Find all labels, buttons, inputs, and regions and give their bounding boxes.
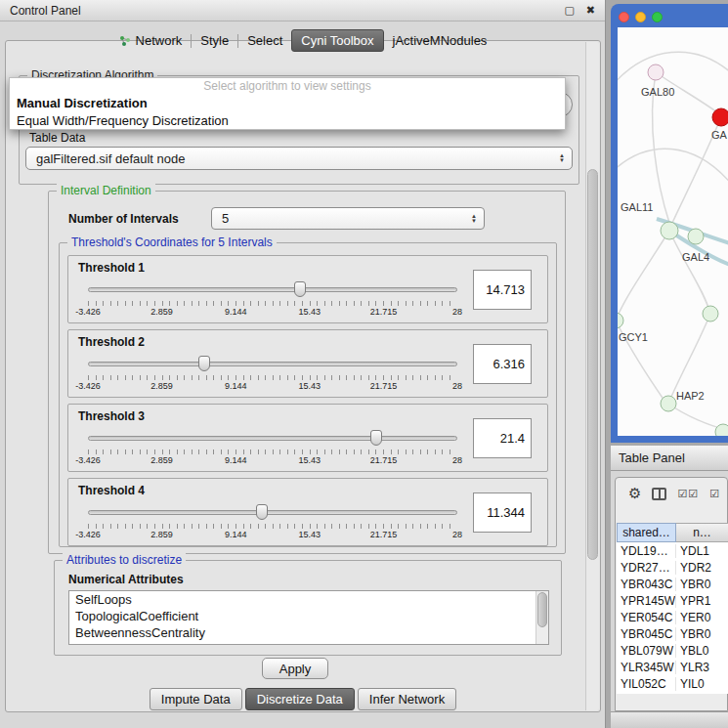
table-column-headers: shared… n… [617, 523, 728, 542]
combo-stepper-icon: ▲▼ [471, 214, 477, 224]
number-of-intervals-value: 5 [222, 211, 229, 226]
scrollbar-thumb[interactable] [587, 169, 598, 560]
threshold-2-group: Threshold 2 -3.426 2.859 9.144 15.43 21.… [67, 329, 548, 398]
network-edges [618, 52, 728, 430]
slider-thumb[interactable] [256, 504, 268, 520]
selected-red-node[interactable] [712, 108, 728, 126]
zoom-traffic-light[interactable] [652, 12, 663, 22]
threshold-4-group: Threshold 4 -3.426 2.859 9.144 15.43 21.… [67, 478, 548, 546]
control-panel-titlebar: Control Panel ▢ ✖ [0, 0, 605, 21]
threshold-1-label: Threshold 1 [78, 261, 145, 275]
slider-scale: -3.426 2.859 9.144 15.43 21.715 28 [88, 455, 457, 467]
interval-definition-legend: Interval Definition [57, 184, 155, 197]
threshold-4-slider[interactable] [88, 504, 457, 521]
table-row[interactable]: YER054C YER0 [617, 609, 728, 625]
slider-track[interactable] [88, 287, 457, 292]
scrollbar-thumb[interactable] [537, 592, 547, 627]
close-traffic-light[interactable] [619, 12, 629, 22]
threshold-2-value-field[interactable]: 6.316 [473, 344, 532, 384]
threshold-3-group: Threshold 3 -3.426 2.859 9.144 15.43 21.… [67, 404, 548, 472]
tab-impute-data[interactable]: Impute Data [150, 688, 242, 710]
apply-button[interactable]: Apply [262, 658, 328, 679]
interval-definition-group: Interval Definition Number of Intervals … [48, 191, 566, 554]
minimize-traffic-light[interactable] [635, 12, 646, 22]
slider-tick-marks [88, 375, 457, 380]
network-node[interactable] [648, 64, 664, 80]
threshold-4-label: Threshold 4 [78, 484, 145, 497]
network-node[interactable] [661, 222, 678, 239]
table-row[interactable]: YDL19… YDL1 [617, 542, 728, 559]
table-row[interactable]: YBR045C YBR0 [617, 625, 728, 642]
table-row[interactable]: YPR145W YPR1 [617, 592, 728, 609]
network-node[interactable] [661, 396, 676, 411]
node-label: GA [711, 129, 728, 141]
slider-track[interactable] [88, 510, 457, 515]
network-node[interactable] [688, 229, 704, 244]
slider-track[interactable] [88, 436, 457, 441]
threshold-3-label: Threshold 3 [78, 409, 145, 423]
combo-stepper-icon: ▲▼ [559, 153, 565, 163]
table-data-combobox[interactable]: galFiltered.sif default node ▲▼ [25, 147, 573, 170]
control-panel-window: Control Panel ▢ ✖ Discretization Algorit… [0, 0, 606, 728]
float-window-icon[interactable]: ▢ [564, 4, 574, 17]
column-header-name[interactable]: n… [676, 523, 728, 542]
threshold-2-slider[interactable] [88, 356, 457, 372]
number-of-intervals-combobox[interactable]: 5 ▲▼ [211, 207, 485, 230]
network-node[interactable] [715, 424, 728, 436]
list-scrollbar[interactable] [535, 591, 548, 644]
slider-track[interactable] [88, 362, 457, 366]
thresholds-group-legend: Threshold's Coordinates for 5 Intervals [67, 236, 277, 249]
panel-title: Control Panel [10, 4, 552, 18]
number-of-intervals-label: Number of Intervals [68, 212, 179, 226]
checkbox-icon[interactable]: ☑ [709, 488, 720, 500]
list-item[interactable]: TopologicalCoefficient [69, 608, 548, 624]
tab-select[interactable]: Select [238, 29, 291, 52]
tab-style[interactable]: Style [192, 29, 237, 52]
slider-scale: -3.426 2.859 9.144 15.43 21.715 28 [88, 530, 457, 541]
list-item[interactable]: BetweennessCentrality [69, 624, 548, 641]
table-rows: YDL19… YDL1 YDR27… YDR2 YBR043C YBR0 YPR… [617, 542, 728, 694]
panel-scrollbar[interactable] [585, 42, 599, 710]
table-window-bottom-edge [611, 711, 728, 728]
list-item[interactable]: SelfLoops [69, 591, 548, 608]
dropdown-placeholder-item[interactable]: Select algorithm to view settings [10, 78, 565, 95]
network-node[interactable] [703, 306, 718, 321]
tab-network[interactable]: Network [110, 29, 192, 52]
column-header-shared-name[interactable]: shared… [617, 523, 676, 542]
threshold-3-slider[interactable] [88, 430, 457, 447]
select-columns-icon[interactable]: ☑☑ [677, 488, 699, 500]
algorithm-dropdown-popup: Select algorithm to view settings Manual… [9, 77, 566, 130]
tab-cyni-toolbox[interactable]: Cyni Toolbox [291, 29, 383, 52]
slider-thumb[interactable] [294, 281, 306, 297]
threshold-1-value-field[interactable]: 14.713 [473, 270, 532, 310]
numerical-attributes-list[interactable]: SelfLoops TopologicalCoefficient Between… [68, 590, 549, 645]
node-label: GAL80 [641, 86, 674, 98]
table-row[interactable]: YBR043C YBR0 [617, 576, 728, 592]
tab-infer-network[interactable]: Infer Network [358, 688, 456, 710]
thresholds-group: Threshold's Coordinates for 5 Intervals … [59, 242, 557, 547]
network-view-window: GAL80 GA GAL11 GAL4 GCY1 HAP2 [611, 4, 728, 443]
table-row[interactable]: YDR27… YDR2 [617, 559, 728, 576]
slider-thumb[interactable] [198, 356, 210, 371]
table-panel: Table Panel ⚙ ☑☑ ☑ shared… n… YDL19… YDL… [611, 446, 728, 728]
network-graph: GAL80 GA GAL11 GAL4 GCY1 HAP2 [618, 27, 728, 436]
dropdown-option-manual[interactable]: Manual Discretization [10, 95, 565, 112]
columns-icon[interactable] [652, 488, 666, 500]
table-row[interactable]: YIL052C YIL0 [617, 675, 728, 692]
dropdown-option-equal-width[interactable]: Equal Width/Frequency Discretization [10, 112, 565, 130]
table-row[interactable]: YBL079W YBL0 [617, 642, 728, 659]
threshold-1-slider[interactable] [88, 281, 457, 298]
close-icon[interactable]: ✖ [586, 4, 595, 17]
table-row[interactable]: YLR345W YLR3 [617, 659, 728, 675]
network-node[interactable] [618, 313, 623, 328]
gear-icon[interactable]: ⚙ [628, 485, 641, 502]
numerical-attributes-label: Numerical Attributes [68, 573, 184, 586]
tab-discretize-data[interactable]: Discretize Data [245, 688, 355, 710]
network-canvas[interactable]: GAL80 GA GAL11 GAL4 GCY1 HAP2 [618, 27, 728, 436]
threshold-3-value-field[interactable]: 21.4 [473, 418, 532, 458]
threshold-4-value-field[interactable]: 11.344 [473, 492, 532, 533]
tab-jactivemnodules[interactable]: jActiveMNodules [384, 29, 496, 52]
slider-thumb[interactable] [370, 430, 382, 446]
node-label: HAP2 [676, 390, 705, 402]
threshold-1-group: Threshold 1 -3.426 2.859 9.144 15.43 21.… [67, 255, 548, 323]
